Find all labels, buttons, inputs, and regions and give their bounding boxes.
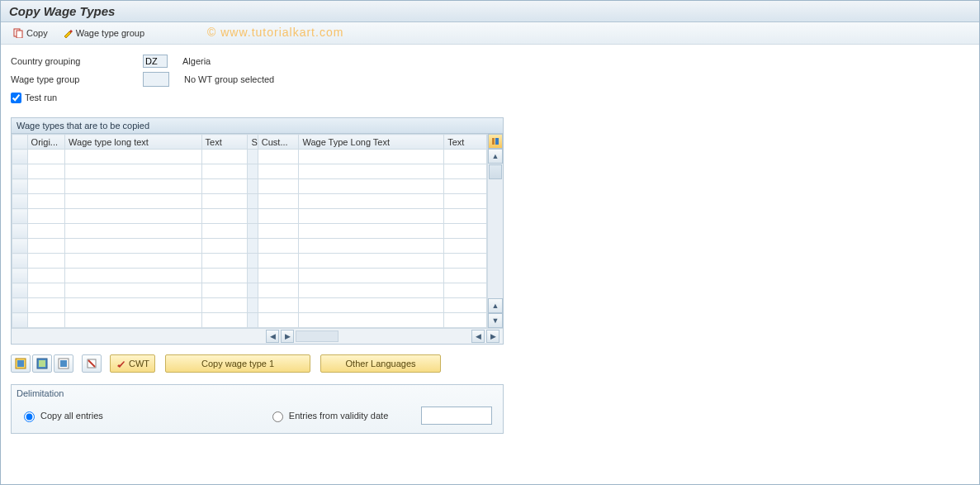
cell-s[interactable] xyxy=(248,150,258,164)
entries-from-date-option[interactable]: Entries from validity date xyxy=(268,409,388,422)
cell-s[interactable] xyxy=(248,164,258,179)
cell-s[interactable] xyxy=(248,209,258,224)
cell-origi[interactable] xyxy=(27,254,65,269)
cell-text[interactable] xyxy=(201,239,248,254)
country-grouping-input[interactable] xyxy=(143,55,168,68)
cell-text2[interactable] xyxy=(444,269,487,283)
cell-text[interactable] xyxy=(201,269,248,283)
row-selector[interactable] xyxy=(12,313,28,328)
scroll-thumb[interactable] xyxy=(489,164,502,179)
row-selector[interactable] xyxy=(12,283,28,298)
cell-origi[interactable] xyxy=(27,194,65,209)
delete-row-icon[interactable] xyxy=(82,354,102,373)
cell-cust[interactable] xyxy=(258,283,299,298)
table-settings-icon[interactable] xyxy=(488,134,503,149)
cell-wt-long[interactable] xyxy=(65,179,201,194)
cell-cust[interactable] xyxy=(258,254,299,269)
cell-s[interactable] xyxy=(248,313,258,328)
cell-cust[interactable] xyxy=(258,224,299,239)
cell-s[interactable] xyxy=(248,298,258,313)
cell-text[interactable] xyxy=(201,283,248,298)
cell-text[interactable] xyxy=(201,254,248,269)
hscroll-right-icon[interactable]: ▶ xyxy=(281,330,294,343)
cell-wt-long[interactable] xyxy=(65,298,201,313)
col-origi[interactable]: Origi... xyxy=(27,135,65,150)
entries-from-date-radio[interactable] xyxy=(272,411,283,422)
row-selector[interactable] xyxy=(12,150,28,164)
cell-cust[interactable] xyxy=(258,239,299,254)
cell-text2[interactable] xyxy=(444,164,487,179)
col-wt-long[interactable]: Wage type long text xyxy=(65,135,201,150)
cell-text[interactable] xyxy=(201,164,248,179)
cell-origi[interactable] xyxy=(27,313,65,328)
cell-s[interactable] xyxy=(248,269,258,283)
scroll-down-icon[interactable]: ▼ xyxy=(488,313,503,328)
cell-origi[interactable] xyxy=(27,209,65,224)
row-selector[interactable] xyxy=(12,209,28,224)
cell-wt-long2[interactable] xyxy=(299,254,444,269)
cell-wt-long[interactable] xyxy=(65,150,201,164)
cell-s[interactable] xyxy=(248,283,258,298)
cell-origi[interactable] xyxy=(27,269,65,283)
cell-cust[interactable] xyxy=(258,313,299,328)
cell-wt-long2[interactable] xyxy=(299,209,444,224)
cell-origi[interactable] xyxy=(27,239,65,254)
cell-text2[interactable] xyxy=(444,209,487,224)
validity-date-input[interactable] xyxy=(421,407,492,425)
wage-type-group-button[interactable]: Wage type group xyxy=(57,26,150,40)
select-all-icon[interactable] xyxy=(11,354,31,373)
hscroll-left-icon[interactable]: ◀ xyxy=(266,330,279,343)
cell-cust[interactable] xyxy=(258,298,299,313)
cell-cust[interactable] xyxy=(258,209,299,224)
cell-s[interactable] xyxy=(248,254,258,269)
cell-wt-long2[interactable] xyxy=(299,150,444,164)
scroll-up-icon[interactable]: ▲ xyxy=(488,149,503,164)
vertical-scrollbar[interactable]: ▲ ▲ ▼ xyxy=(487,134,503,328)
cell-wt-long[interactable] xyxy=(65,209,201,224)
copy-button[interactable]: Copy xyxy=(7,26,54,40)
row-selector-header[interactable] xyxy=(12,135,28,150)
cell-text[interactable] xyxy=(201,313,248,328)
col-s[interactable]: S xyxy=(248,135,258,150)
cell-text[interactable] xyxy=(201,224,248,239)
wage-type-group-input[interactable] xyxy=(143,72,169,87)
cell-wt-long[interactable] xyxy=(65,254,201,269)
cell-wt-long2[interactable] xyxy=(299,283,444,298)
cell-text2[interactable] xyxy=(444,224,487,239)
cell-wt-long[interactable] xyxy=(65,239,201,254)
cell-wt-long[interactable] xyxy=(65,164,201,179)
cell-wt-long2[interactable] xyxy=(299,179,444,194)
cell-text[interactable] xyxy=(201,194,248,209)
cell-wt-long2[interactable] xyxy=(299,298,444,313)
row-selector[interactable] xyxy=(12,269,28,283)
cell-s[interactable] xyxy=(248,194,258,209)
cell-s[interactable] xyxy=(248,239,258,254)
select-block-icon[interactable] xyxy=(32,354,52,373)
cell-origi[interactable] xyxy=(27,298,65,313)
col-text[interactable]: Text xyxy=(201,135,248,150)
row-selector[interactable] xyxy=(12,194,28,209)
cell-wt-long2[interactable] xyxy=(299,224,444,239)
cell-wt-long[interactable] xyxy=(65,269,201,283)
row-selector[interactable] xyxy=(12,224,28,239)
cell-cust[interactable] xyxy=(258,150,299,164)
deselect-all-icon[interactable] xyxy=(54,354,73,373)
row-selector[interactable] xyxy=(12,298,28,313)
scroll-down-small-icon[interactable]: ▲ xyxy=(488,298,503,313)
test-run-checkbox[interactable] xyxy=(11,93,21,103)
cell-wt-long2[interactable] xyxy=(299,164,444,179)
cell-text[interactable] xyxy=(201,150,248,164)
cell-text[interactable] xyxy=(201,179,248,194)
cell-text2[interactable] xyxy=(444,194,487,209)
row-selector[interactable] xyxy=(12,254,28,269)
col-cust[interactable]: Cust... xyxy=(258,135,299,150)
cell-text2[interactable] xyxy=(444,254,487,269)
hscroll-track-1[interactable] xyxy=(296,330,339,342)
cell-origi[interactable] xyxy=(27,150,65,164)
cell-cust[interactable] xyxy=(258,179,299,194)
cell-wt-long2[interactable] xyxy=(299,239,444,254)
cell-s[interactable] xyxy=(248,224,258,239)
cell-text2[interactable] xyxy=(444,239,487,254)
copy-wage-type-1-button[interactable]: Copy wage type 1 xyxy=(165,354,310,373)
copy-all-entries-option[interactable]: Copy all entries xyxy=(20,409,103,422)
